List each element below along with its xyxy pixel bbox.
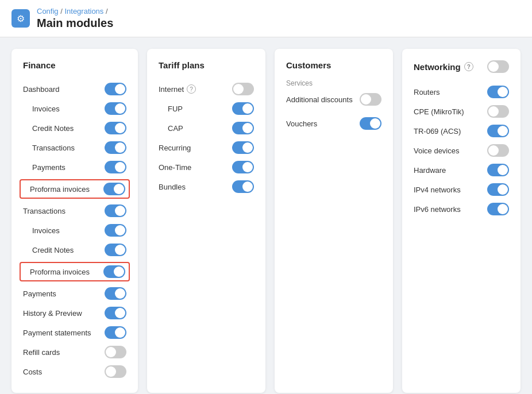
module-label: Additional discounts: [286, 95, 353, 104]
toggle-credit-notes-1[interactable]: [105, 122, 126, 134]
module-label: History & Preview: [23, 309, 82, 318]
toggle-additional-discounts[interactable]: [360, 93, 381, 106]
toggle-recurring[interactable]: [232, 141, 254, 154]
module-one-time: One-Time: [159, 157, 254, 177]
toggle-history-preview[interactable]: [105, 307, 126, 319]
toggle-ipv4-networks[interactable]: [487, 183, 509, 196]
networking-info-icon[interactable]: ?: [464, 62, 473, 71]
toggle-voice-devices[interactable]: [487, 144, 509, 157]
module-label: CPE (MikroTik): [414, 107, 464, 116]
module-routers: Routers: [414, 82, 509, 102]
module-label: Transactions: [32, 144, 75, 152]
toggle-proforma-2[interactable]: [103, 265, 125, 278]
toggle-credit-notes-2[interactable]: [105, 244, 126, 256]
toggle-transactions-1[interactable]: [105, 141, 126, 154]
module-label: FUP: [168, 105, 183, 113]
header-icon: ⚙: [11, 9, 30, 28]
module-label: Refill cards: [23, 348, 60, 357]
module-tr069: TR-069 (ACS): [414, 121, 509, 141]
module-recurring: Recurring: [159, 138, 254, 157]
module-transactions-1: Transactions: [23, 138, 126, 157]
module-label: Credit Notes: [32, 124, 74, 133]
content: Finance Dashboard Invoices Credit Notes …: [0, 37, 532, 394]
toggle-tr069[interactable]: [487, 125, 509, 137]
module-dashboard: Dashboard: [23, 79, 126, 99]
module-label: Recurring: [159, 144, 191, 152]
module-label: Hardware: [414, 166, 446, 175]
header: ⚙ Config / Integrations / Main modules: [0, 0, 532, 37]
breadcrumb: Config / Integrations /: [37, 7, 113, 16]
module-label: One-Time: [159, 163, 191, 172]
networking-master-toggle-wrapper: [487, 60, 509, 73]
module-costs: Costs: [23, 362, 126, 381]
module-label: Payments: [32, 163, 65, 172]
customers-title: Customers: [286, 60, 381, 70]
breadcrumb-sep: /: [103, 7, 107, 16]
toggle-internet[interactable]: [232, 83, 254, 95]
toggle-dashboard[interactable]: [105, 83, 126, 95]
toggle-bundles[interactable]: [232, 180, 254, 193]
toggle-costs[interactable]: [105, 365, 126, 378]
tariff-plans-card: Tariff plans Internet ? FUP CAP Recurrin…: [147, 49, 265, 393]
toggle-cap[interactable]: [232, 122, 254, 134]
module-payments-1: Payments: [23, 157, 126, 177]
toggle-payments-2[interactable]: [105, 287, 126, 300]
customers-card: Customers Services Additional discounts …: [275, 49, 393, 393]
header-text: Config / Integrations / Main modules: [37, 7, 113, 30]
internet-info-icon[interactable]: ?: [187, 84, 196, 94]
module-label: Costs: [23, 368, 42, 376]
sliders-icon: ⚙: [17, 13, 25, 24]
toggle-invoices-1[interactable]: [105, 102, 126, 115]
toggle-payment-statements[interactable]: [105, 326, 126, 339]
module-label: Invoices: [32, 226, 60, 235]
toggle-invoices-2[interactable]: [105, 224, 126, 237]
breadcrumb-integrations[interactable]: Integrations: [64, 7, 103, 16]
module-refill-cards: Refill cards: [23, 342, 126, 362]
tariff-plans-title: Tariff plans: [159, 60, 254, 70]
module-internet: Internet ?: [159, 79, 254, 99]
networking-title: Networking ?: [414, 60, 509, 73]
toggle-transactions-2[interactable]: [105, 204, 126, 217]
toggle-vouchers[interactable]: [360, 117, 381, 130]
networking-card: Networking ? Routers CPE (MikroTik) TR-0…: [402, 49, 521, 393]
module-hardware: Hardware: [414, 160, 509, 180]
module-label: TR-069 (ACS): [414, 127, 461, 136]
toggle-refill-cards[interactable]: [105, 346, 126, 358]
module-label: Proforma invoices: [24, 185, 90, 194]
finance-card: Finance Dashboard Invoices Credit Notes …: [11, 49, 138, 393]
module-label: Transactions: [23, 207, 65, 215]
module-bundles: Bundles: [159, 177, 254, 196]
module-cpe-mikrotik: CPE (MikroTik): [414, 102, 509, 121]
module-vouchers: Vouchers: [286, 114, 381, 133]
module-label: Bundles: [159, 183, 186, 191]
module-credit-notes-1: Credit Notes: [23, 118, 126, 138]
toggle-hardware[interactable]: [487, 164, 509, 176]
toggle-payments-1[interactable]: [105, 161, 126, 173]
module-cap: CAP: [159, 118, 254, 138]
breadcrumb-config[interactable]: Config: [37, 7, 59, 16]
module-label: Internet ?: [159, 84, 196, 94]
module-proforma-invoices-1-highlighted: Proforma invoices: [20, 179, 130, 199]
module-label: Dashboard: [23, 85, 60, 94]
module-label: Payments: [23, 289, 56, 298]
module-label: Routers: [414, 88, 440, 96]
module-label: Payment statements: [23, 329, 91, 337]
module-invoices-1: Invoices: [23, 99, 126, 118]
module-label: IPv4 networks: [414, 186, 461, 194]
module-fup: FUP: [159, 99, 254, 118]
toggle-one-time[interactable]: [232, 161, 254, 173]
toggle-cpe-mikrotik[interactable]: [487, 105, 509, 118]
toggle-proforma-1[interactable]: [103, 183, 125, 195]
module-payment-statements: Payment statements: [23, 323, 126, 342]
module-label: Vouchers: [286, 119, 317, 128]
module-proforma-invoices-2-highlighted: Proforma invoices: [20, 262, 130, 281]
module-ipv4-networks: IPv4 networks: [414, 180, 509, 199]
toggle-ipv6-networks[interactable]: [487, 203, 509, 215]
toggle-networking-master[interactable]: [487, 60, 509, 73]
module-ipv6-networks: IPv6 networks: [414, 199, 509, 219]
module-label: Proforma invoices: [24, 268, 90, 276]
toggle-routers[interactable]: [487, 86, 509, 98]
toggle-fup[interactable]: [232, 102, 254, 115]
module-additional-discounts: Additional discounts: [286, 90, 381, 109]
services-section-label: Services: [286, 79, 381, 87]
